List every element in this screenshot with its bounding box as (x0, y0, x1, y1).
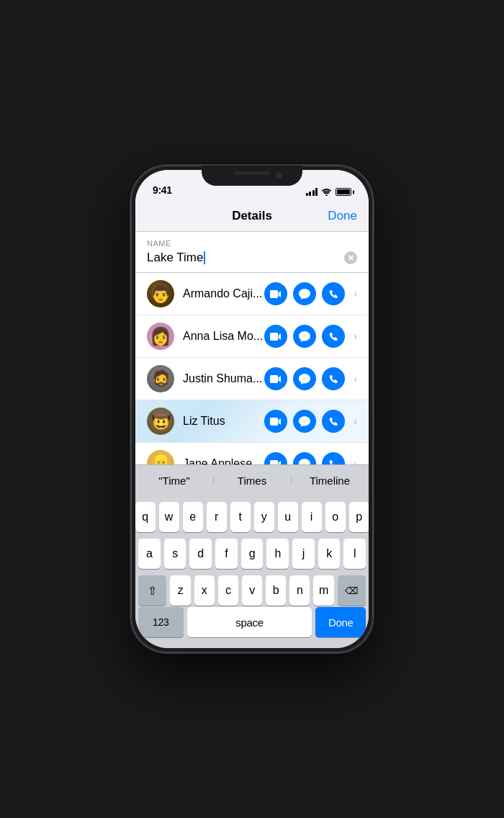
video-call-button[interactable] (264, 410, 287, 433)
contact-actions: › (264, 410, 357, 433)
key-l[interactable]: l (343, 539, 366, 569)
message-button[interactable] (293, 410, 316, 433)
keyboard-bottom-row: 123 space Done (138, 607, 366, 637)
key-h[interactable]: h (266, 539, 289, 569)
contact-actions: › (264, 325, 357, 348)
keyboard-suggestions: "Time" Times Timeline (135, 464, 369, 496)
contact-list: Armando Caji... (135, 273, 369, 464)
keyboard-row-1: q w e r t y u i o p (138, 502, 366, 532)
signal-bars-icon (306, 188, 318, 196)
contact-row[interactable]: Liz Titus (135, 400, 369, 443)
suggestion-time-quoted[interactable]: "Time" (135, 475, 213, 487)
suggestion-timeline[interactable]: Timeline (291, 475, 369, 487)
key-x[interactable]: x (194, 575, 215, 606)
contact-name: Liz Titus (183, 415, 264, 428)
name-label: NAME (147, 239, 357, 248)
keyboard-done-key[interactable]: Done (315, 607, 366, 637)
contact-name: Armando Caji... (183, 287, 264, 300)
name-value: Lake Time (147, 251, 205, 265)
message-button[interactable] (293, 367, 316, 390)
key-k[interactable]: k (318, 539, 341, 569)
contact-actions: › (264, 367, 357, 390)
key-m[interactable]: m (313, 575, 333, 606)
avatar (147, 280, 174, 307)
key-s[interactable]: s (164, 539, 186, 569)
avatar (147, 323, 174, 350)
keyboard-row-3: ⇧ z x c v b n m ⌫ (138, 575, 366, 606)
key-n[interactable]: n (289, 575, 310, 606)
phone-button[interactable] (322, 282, 345, 305)
numbers-key[interactable]: 123 (138, 607, 184, 637)
contact-row[interactable]: Justin Shuma... (135, 358, 369, 400)
backspace-icon: ⌫ (345, 585, 358, 596)
nav-bar: Details Done (135, 200, 369, 232)
avatar (147, 408, 174, 435)
svg-point-0 (325, 194, 327, 196)
status-time: 9:41 (153, 184, 172, 196)
status-icons (306, 188, 352, 196)
shift-key[interactable]: ⇧ (138, 575, 166, 606)
phone-frame: 9:41 Details Done (130, 164, 374, 654)
video-call-button[interactable] (264, 282, 287, 305)
key-p[interactable]: p (349, 502, 369, 532)
keyboard-row-2: a s d f g h j k l (138, 539, 366, 569)
nav-done-button[interactable]: Done (328, 209, 357, 223)
key-b[interactable]: b (266, 575, 286, 606)
key-d[interactable]: d (189, 539, 212, 569)
key-a[interactable]: a (138, 539, 161, 569)
chevron-icon: › (354, 288, 357, 300)
message-button[interactable] (293, 282, 316, 305)
wifi-icon (321, 188, 332, 196)
phone-button[interactable] (322, 367, 345, 390)
key-c[interactable]: c (218, 575, 238, 606)
key-y[interactable]: y (254, 502, 274, 532)
phone-button[interactable] (322, 452, 345, 464)
contact-name: Jane Applese... (183, 457, 264, 464)
avatar (147, 450, 174, 464)
video-call-button[interactable] (264, 367, 287, 390)
text-cursor (204, 251, 205, 264)
key-r[interactable]: r (207, 502, 227, 532)
video-call-button[interactable] (264, 452, 287, 464)
key-i[interactable]: i (302, 502, 322, 532)
key-f[interactable]: f (215, 539, 238, 569)
battery-icon (336, 188, 351, 196)
phone-button[interactable] (322, 325, 345, 348)
content-area: NAME Lake Time Armando Caji... (135, 232, 369, 464)
contact-row[interactable]: Armando Caji... (135, 273, 369, 315)
key-v[interactable]: v (242, 575, 262, 606)
chevron-icon: › (354, 415, 357, 427)
chevron-icon: › (354, 458, 357, 464)
notch-speaker (234, 171, 270, 175)
contact-actions: › (264, 282, 357, 305)
backspace-key[interactable]: ⌫ (338, 575, 366, 606)
contact-name: Justin Shuma... (183, 372, 264, 385)
contact-actions: › (264, 452, 357, 464)
message-button[interactable] (293, 452, 316, 464)
name-field[interactable]: NAME Lake Time (135, 232, 369, 273)
chevron-icon: › (354, 331, 357, 342)
contact-name: Anna Lisa Mo... (183, 330, 264, 343)
keyboard: q w e r t y u i o p a s d f g h j k (135, 496, 369, 648)
clear-button[interactable] (344, 251, 357, 264)
suggestion-times[interactable]: Times (213, 475, 291, 487)
video-call-button[interactable] (264, 325, 287, 348)
key-z[interactable]: z (170, 575, 190, 606)
avatar (147, 365, 174, 392)
key-j[interactable]: j (292, 539, 315, 569)
contact-row[interactable]: Anna Lisa Mo... (135, 315, 369, 358)
key-e[interactable]: e (183, 502, 203, 532)
shift-icon: ⇧ (148, 584, 157, 598)
key-u[interactable]: u (278, 502, 298, 532)
key-w[interactable]: w (159, 502, 179, 532)
key-t[interactable]: t (230, 502, 251, 532)
key-g[interactable]: g (241, 539, 264, 569)
message-button[interactable] (293, 325, 316, 348)
chevron-icon: › (354, 373, 357, 385)
space-key[interactable]: space (187, 607, 312, 637)
name-input-row: Lake Time (147, 251, 357, 265)
key-q[interactable]: q (135, 502, 156, 532)
contact-row[interactable]: Jane Applese... (135, 443, 369, 464)
key-o[interactable]: o (325, 502, 346, 532)
phone-button[interactable] (322, 410, 345, 433)
